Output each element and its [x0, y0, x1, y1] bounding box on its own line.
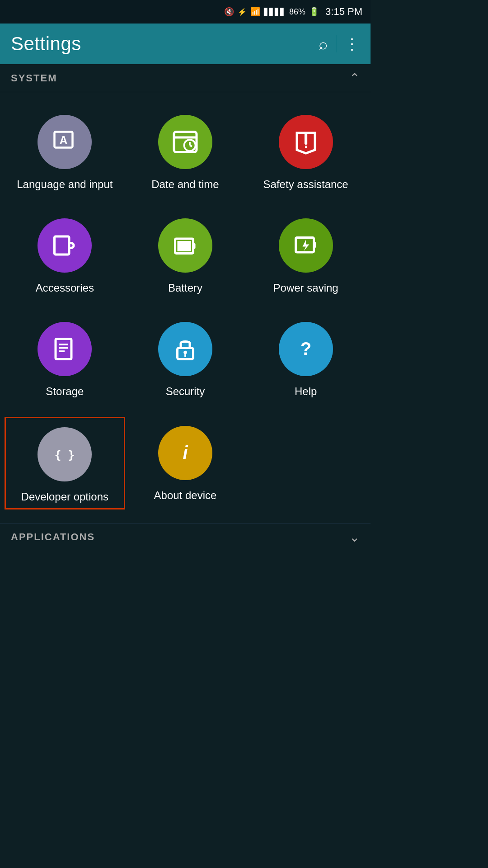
signal-icon: ▋▋▋▋	[264, 8, 286, 16]
applications-chevron-icon[interactable]: ⌄	[349, 530, 360, 545]
settings-item-security[interactable]: Security	[125, 313, 246, 403]
settings-item-powersaving[interactable]: Power saving	[245, 209, 366, 299]
battery-percent: 86%	[289, 7, 305, 17]
settings-item-datetime[interactable]: Date and time	[125, 106, 246, 196]
settings-item-aboutdevice[interactable]: i About device	[125, 417, 246, 509]
system-chevron-icon[interactable]: ⌃	[349, 71, 360, 85]
applications-section-header[interactable]: APPLICATIONS ⌄	[0, 523, 371, 551]
wifi-icon: 📶	[250, 7, 260, 17]
safety-icon-circle: !	[279, 115, 333, 169]
system-section-header[interactable]: SYSTEM ⌃	[0, 64, 371, 92]
svg-rect-12	[177, 241, 191, 251]
app-bar-divider	[336, 35, 336, 52]
system-section-title: SYSTEM	[11, 72, 57, 84]
applications-section-title: APPLICATIONS	[11, 531, 95, 543]
battery-label: Battery	[168, 281, 202, 295]
security-label: Security	[166, 384, 205, 398]
security-icon-circle	[158, 322, 212, 376]
battery-icon: 🔋	[309, 7, 319, 17]
datetime-label: Date and time	[151, 177, 219, 191]
mute-icon: 🔇	[224, 7, 234, 17]
more-options-icon[interactable]: ⋮	[344, 35, 360, 53]
powersaving-icon-circle	[279, 218, 333, 273]
svg-rect-11	[193, 243, 195, 249]
svg-rect-9	[55, 236, 70, 255]
aboutdevice-label: About device	[154, 488, 217, 502]
settings-item-safety[interactable]: ! Safety assistance	[245, 106, 366, 196]
svg-rect-15	[56, 339, 71, 359]
accessories-label: Accessories	[36, 281, 94, 295]
developer-label: Developer options	[21, 490, 108, 504]
datetime-icon-circle	[158, 115, 212, 169]
aboutdevice-icon-circle: i	[158, 426, 212, 480]
battery-icon-circle	[158, 218, 212, 273]
svg-text:A: A	[60, 134, 68, 146]
status-bar: 🔇 ⚡ 📶 ▋▋▋▋ 86% 🔋 3:15 PM	[0, 0, 371, 24]
help-icon-circle: ?	[279, 322, 333, 376]
storage-icon-circle	[38, 322, 92, 376]
settings-item-accessories[interactable]: Accessories	[5, 209, 125, 299]
app-bar-title: Settings	[11, 33, 81, 55]
svg-text:{  }: { }	[55, 448, 75, 462]
settings-item-developer[interactable]: { } Developer options	[5, 417, 125, 509]
safety-label: Safety assistance	[263, 177, 348, 191]
settings-item-help[interactable]: ? Help	[245, 313, 366, 403]
svg-rect-14	[314, 242, 316, 248]
developer-icon-circle: { }	[38, 427, 92, 481]
help-label: Help	[295, 384, 317, 398]
settings-item-language[interactable]: A Language and input	[5, 106, 125, 196]
app-bar-actions: ⌕ ⋮	[319, 35, 360, 53]
settings-grid: A Language and input Date and time ! Saf…	[0, 92, 371, 523]
svg-point-20	[183, 351, 187, 354]
vibrate-icon: ⚡	[238, 8, 247, 16]
status-icons: 🔇 ⚡ 📶 ▋▋▋▋ 86% 🔋 3:15 PM	[224, 6, 362, 18]
language-label: Language and input	[17, 177, 113, 191]
svg-text:i: i	[183, 442, 188, 462]
svg-text:?: ?	[300, 339, 311, 359]
storage-label: Storage	[46, 384, 84, 398]
settings-item-storage[interactable]: Storage	[5, 313, 125, 403]
app-bar: Settings ⌕ ⋮	[0, 24, 371, 64]
settings-item-battery[interactable]: Battery	[125, 209, 246, 299]
svg-line-6	[190, 146, 192, 147]
search-icon[interactable]: ⌕	[319, 35, 328, 53]
status-time: 3:15 PM	[325, 6, 362, 18]
language-icon-circle: A	[38, 115, 92, 169]
accessories-icon-circle	[38, 218, 92, 273]
powersaving-label: Power saving	[273, 281, 338, 295]
